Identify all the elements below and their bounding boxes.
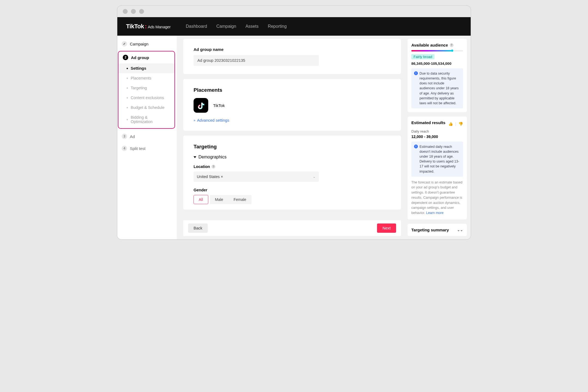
chevron-double-down-icon: »	[194, 118, 195, 122]
info-icon: i	[414, 71, 418, 75]
sidebar-item-budget[interactable]: Budget & Schedule	[118, 103, 174, 112]
targeting-title: Targeting	[194, 144, 391, 150]
location-label: Location	[194, 164, 210, 169]
check-icon: ✓	[122, 41, 127, 47]
step-ad[interactable]: 3 Ad	[117, 130, 177, 142]
window-control-min[interactable]	[131, 9, 136, 14]
sidebar-item-label: Bidding & Optimization	[131, 115, 170, 124]
gender-male-button[interactable]: Male	[210, 195, 228, 204]
demographics-toggle[interactable]: Demographics	[194, 155, 391, 160]
back-button[interactable]: Back	[188, 223, 208, 233]
sidebar-item-bidding[interactable]: Bidding & Optimization	[118, 112, 174, 127]
sidebar-item-label: Settings	[131, 66, 146, 71]
chevron-double-down-icon: ⌄⌄	[457, 228, 463, 232]
browser-window: TikTok: Ads Manager Dashboard Campaign A…	[117, 5, 471, 240]
daily-reach-label: Daily reach	[411, 129, 463, 133]
demographics-label: Demographics	[198, 155, 226, 160]
location-selected: United States ×	[197, 174, 223, 179]
placements-title: Placements	[194, 87, 391, 93]
step-4-badge: 4	[122, 146, 127, 151]
step-2-badge: 2	[123, 55, 128, 60]
window-control-max[interactable]	[139, 9, 144, 14]
sidebar-item-targeting[interactable]: Targeting	[118, 83, 174, 93]
adgroup-name-input[interactable]	[194, 55, 319, 66]
window-control-close[interactable]	[123, 9, 128, 14]
audience-info-box: i Due to data security requirements, thi…	[411, 68, 463, 108]
card-targeting: Targeting Demographics Location ? United…	[183, 136, 401, 210]
help-icon[interactable]: ?	[212, 165, 215, 169]
location-select[interactable]: United States × ⌄	[194, 171, 319, 182]
card-available-audience: Available audience ? Fairly broad 86,345…	[408, 39, 467, 112]
step-adgroup[interactable]: 2 Ad group	[118, 51, 174, 63]
audience-gauge	[411, 50, 463, 51]
step-campaign-label: Campaign	[130, 42, 148, 46]
step-splittest[interactable]: 4 Split test	[117, 142, 177, 154]
targeting-summary-label: Targeting summary	[411, 228, 449, 232]
thumbs-up-icon[interactable]: 👍	[448, 122, 453, 126]
card-adgroup-name: Ad group name	[183, 39, 401, 74]
gender-label: Gender	[194, 188, 207, 192]
learn-more-link[interactable]: Learn more	[426, 211, 443, 215]
sidebar-item-placements[interactable]: Placements	[118, 73, 174, 83]
footer-actions: Back Next	[183, 220, 401, 236]
sidebar-item-label: Targeting	[131, 86, 147, 90]
chevron-down-icon: ⌄	[313, 175, 316, 179]
advanced-settings-toggle[interactable]: » Advanced settings	[194, 118, 391, 122]
audience-breadth-chip: Fairly broad	[411, 54, 434, 59]
caret-down-icon	[194, 156, 196, 158]
brand-logo: TikTok: Ads Manager	[126, 23, 170, 30]
placement-tiktok-label: TikTok	[213, 103, 225, 108]
audience-range: 86,345,000-105,534,000	[411, 62, 463, 66]
sidebar-item-label: Placements	[131, 76, 151, 80]
next-button[interactable]: Next	[377, 223, 396, 233]
sidebar-item-settings[interactable]: Settings	[118, 63, 174, 73]
nav-reporting[interactable]: Reporting	[268, 24, 287, 29]
step-campaign[interactable]: ✓ Campaign	[117, 38, 177, 50]
step-adgroup-label: Ad group	[131, 55, 149, 60]
thumbs-down-icon[interactable]: 👎	[458, 122, 463, 126]
brand-colon: :	[145, 23, 147, 30]
sidebar-item-label: Content exclusions	[131, 96, 164, 100]
nav-campaign[interactable]: Campaign	[216, 24, 236, 29]
nav-dashboard[interactable]: Dashboard	[186, 24, 207, 29]
estimated-info-box: i Estimated daily reach doesn't include …	[411, 142, 463, 177]
card-placements: Placements TikTok » Advanced settings	[183, 79, 401, 131]
available-audience-title: Available audience	[411, 43, 448, 47]
step-3-badge: 3	[122, 134, 127, 139]
brand-name: TikTok	[126, 23, 144, 30]
brand-sub: Ads Manager	[148, 24, 171, 29]
gender-female-button[interactable]: Female	[228, 195, 252, 204]
main-column: Ad group name Placements TikTok » Advanc…	[177, 36, 408, 239]
steps-sidebar: ✓ Campaign 2 Ad group Settings Placement…	[117, 36, 177, 239]
forecast-text: The forecast is an estimate based on you…	[411, 180, 463, 216]
estimated-info-text: Estimated daily reach doesn't include au…	[419, 144, 460, 174]
step-splittest-label: Split test	[130, 146, 146, 151]
adgroup-highlight: 2 Ad group Settings Placements Targeting…	[118, 51, 175, 129]
audience-info-text: Due to data security requirements, this …	[419, 71, 460, 106]
tiktok-app-icon	[194, 98, 208, 113]
info-icon: i	[414, 145, 418, 148]
adgroup-name-label: Ad group name	[194, 47, 391, 52]
top-nav: TikTok: Ads Manager Dashboard Campaign A…	[117, 17, 471, 36]
sidebar-item-content-excl[interactable]: Content exclusions	[118, 93, 174, 103]
sidebar-item-label: Budget & Schedule	[131, 105, 164, 110]
gender-all-button[interactable]: All	[194, 195, 208, 204]
gender-segmented: All Male Female	[194, 195, 391, 204]
help-icon[interactable]: ?	[450, 43, 454, 47]
advanced-settings-label: Advanced settings	[197, 118, 229, 122]
card-estimated-results: Estimated results 👍 | 👎 Daily reach 12,0…	[408, 117, 467, 219]
estimated-title: Estimated results	[411, 120, 445, 125]
nav-assets[interactable]: Assets	[246, 24, 259, 29]
window-titlebar	[117, 6, 471, 17]
right-column: Available audience ? Fairly broad 86,345…	[408, 36, 471, 239]
daily-reach-value: 12,000 - 39,000	[411, 134, 463, 139]
targeting-summary-toggle[interactable]: Targeting summary ⌄⌄	[408, 224, 467, 236]
step-ad-label: Ad	[130, 134, 135, 139]
